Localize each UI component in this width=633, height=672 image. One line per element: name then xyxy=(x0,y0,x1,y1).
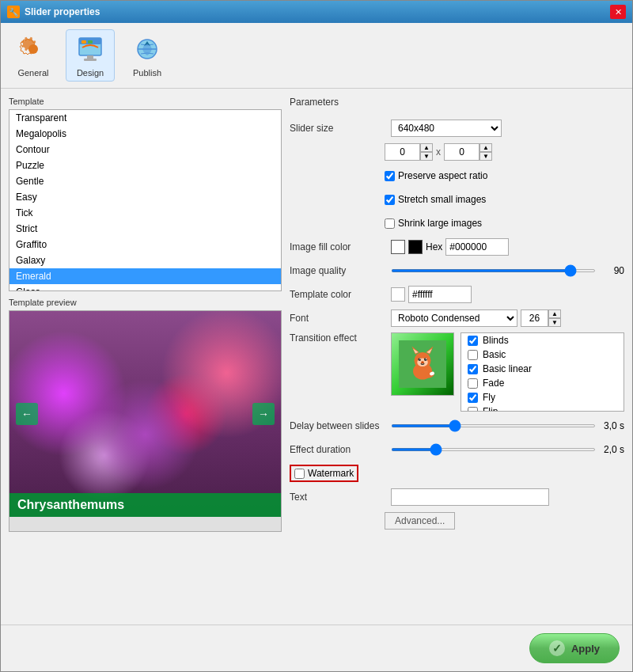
fade-checkbox[interactable] xyxy=(468,378,478,389)
image-fill-color-swatch-black[interactable] xyxy=(408,240,423,254)
width-up-btn[interactable]: ▲ xyxy=(420,143,433,152)
transition-preview xyxy=(391,332,454,396)
title-bar: 🔧 Slider properties ✕ xyxy=(1,1,632,23)
preserve-aspect-label: Preserve aspect ratio xyxy=(398,170,487,181)
preview-nav-left-button[interactable]: ← xyxy=(16,403,38,425)
text-input[interactable] xyxy=(391,488,549,506)
transition-effect-label: Transition effect xyxy=(290,332,385,344)
image-fill-color-hex-input[interactable] xyxy=(445,238,509,256)
stretch-small-checkbox[interactable] xyxy=(385,195,395,205)
size-dimensions-row: ▲ ▼ x ▲ ▼ xyxy=(385,142,624,161)
basic-linear-checkbox[interactable] xyxy=(468,364,478,374)
text-value xyxy=(391,488,624,506)
preview-flowers xyxy=(9,311,281,517)
watermark-checkbox[interactable] xyxy=(294,469,305,479)
effect-duration-slider[interactable] xyxy=(391,448,596,451)
blinds-label: Blinds xyxy=(483,335,509,346)
list-item[interactable]: Galaxy xyxy=(9,252,281,268)
list-item[interactable]: Glass xyxy=(9,284,281,291)
transition-item[interactable]: Fly xyxy=(461,390,624,404)
list-item[interactable]: Graffito xyxy=(9,237,281,252)
text-row: Text xyxy=(290,488,624,507)
width-input[interactable] xyxy=(385,143,420,161)
delay-slides-slider-control: 3,0 s xyxy=(391,420,624,431)
apply-button[interactable]: ✓ Apply xyxy=(529,633,620,663)
flip-checkbox[interactable] xyxy=(468,407,478,412)
transition-list: Blinds Basic Basic linear Fade Fly Flip xyxy=(461,333,624,412)
list-item[interactable]: Transparent xyxy=(9,110,281,126)
list-item[interactable]: Easy xyxy=(9,189,281,205)
svg-rect-6 xyxy=(87,55,93,59)
width-spinner: ▲ ▼ xyxy=(385,143,433,161)
transition-item[interactable]: Basic linear xyxy=(461,362,624,376)
template-color-value xyxy=(391,286,624,303)
list-item[interactable]: Strict xyxy=(9,221,281,237)
toolbar-design-button[interactable]: Design xyxy=(66,29,115,82)
font-select[interactable]: Roboto Condensed Arial Times New Roman V… xyxy=(391,309,517,327)
window-icon: 🔧 xyxy=(7,6,20,18)
effect-duration-value: 2,0 s xyxy=(602,444,624,455)
toolbar: General Design xyxy=(1,23,632,89)
font-row: Font Roboto Condensed Arial Times New Ro… xyxy=(290,309,624,328)
image-quality-row: Image quality 90 xyxy=(290,261,624,280)
list-item[interactable]: Gentle xyxy=(9,173,281,189)
svg-point-18 xyxy=(424,358,427,361)
basic-checkbox[interactable] xyxy=(468,350,478,360)
advanced-button[interactable]: Advanced... xyxy=(385,512,455,530)
preview-nav-right-button[interactable]: → xyxy=(252,403,275,425)
width-down-btn[interactable]: ▼ xyxy=(420,152,433,161)
transition-item[interactable]: Fade xyxy=(461,376,624,390)
transition-preview-img xyxy=(392,333,453,395)
toolbar-general-button[interactable]: General xyxy=(9,29,58,82)
fly-label: Fly xyxy=(483,392,495,403)
template-section: Template Transparent Megalopolis Contour… xyxy=(9,97,282,291)
close-button[interactable]: ✕ xyxy=(610,5,626,19)
slider-size-label: Slider size xyxy=(290,123,385,134)
main-window: 🔧 Slider properties ✕ General xyxy=(0,0,633,672)
transition-list-container[interactable]: Blinds Basic Basic linear Fade Fly Flip xyxy=(461,332,624,412)
shrink-large-label: Shrink large images xyxy=(398,218,482,229)
font-value: Roboto Condensed Arial Times New Roman V… xyxy=(391,309,624,327)
toolbar-publish-button[interactable]: Publish xyxy=(123,29,172,82)
font-size-spinner: ▲ ▼ xyxy=(521,309,561,327)
template-color-swatch[interactable] xyxy=(391,287,405,302)
params-grid: Slider size 640x480 800x600 1024x768 128… xyxy=(290,119,624,530)
delay-slides-slider[interactable] xyxy=(391,424,596,427)
stretch-small-row: Stretch small images xyxy=(385,190,624,209)
list-item[interactable]: Megalopolis xyxy=(9,126,281,142)
height-spinner: ▲ ▼ xyxy=(444,143,492,161)
shrink-large-checkbox[interactable] xyxy=(385,218,395,229)
blinds-checkbox[interactable] xyxy=(468,336,478,346)
height-up-btn[interactable]: ▲ xyxy=(479,143,492,152)
transition-item[interactable]: Basic xyxy=(461,347,624,362)
font-size-input[interactable] xyxy=(521,309,548,327)
svg-point-19 xyxy=(419,359,421,360)
template-color-hex-input[interactable] xyxy=(408,286,472,303)
transition-item[interactable]: Blinds xyxy=(461,333,624,347)
list-item-emerald[interactable]: Emerald xyxy=(9,268,281,284)
font-size-up-btn[interactable]: ▲ xyxy=(548,309,561,318)
list-item[interactable]: Puzzle xyxy=(9,158,281,173)
template-section-label: Template xyxy=(9,97,282,106)
transition-item[interactable]: Flip xyxy=(461,404,624,412)
preserve-aspect-checkbox[interactable] xyxy=(385,171,395,181)
template-list-container[interactable]: Transparent Megalopolis Contour Puzzle G… xyxy=(9,109,282,291)
font-size-down-btn[interactable]: ▼ xyxy=(548,318,561,327)
font-size-spinner-btns: ▲ ▼ xyxy=(548,309,561,327)
left-panel: Template Transparent Megalopolis Contour… xyxy=(9,97,282,617)
height-down-btn[interactable]: ▼ xyxy=(479,152,492,161)
watermark-row: Watermark xyxy=(290,464,624,483)
preserve-aspect-value: Preserve aspect ratio xyxy=(385,170,624,181)
watermark-label: Watermark xyxy=(308,468,354,479)
slider-size-select[interactable]: 640x480 800x600 1024x768 1280x720 xyxy=(391,120,502,137)
fly-checkbox[interactable] xyxy=(468,393,478,403)
basic-linear-label: Basic linear xyxy=(483,363,532,374)
image-fill-color-swatch-white[interactable] xyxy=(391,240,405,254)
list-item[interactable]: Tick xyxy=(9,205,281,221)
image-fill-color-value: Hex xyxy=(391,238,624,256)
image-quality-slider[interactable] xyxy=(391,269,596,272)
height-input[interactable] xyxy=(444,143,479,161)
preview-image: ← → Chrysanthemums xyxy=(9,311,281,517)
template-list: Transparent Megalopolis Contour Puzzle G… xyxy=(9,110,281,291)
list-item[interactable]: Contour xyxy=(9,142,281,158)
